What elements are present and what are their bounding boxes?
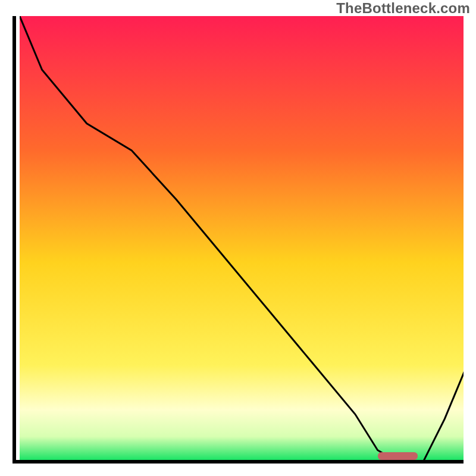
plot-area xyxy=(20,16,464,460)
bottleneck-curve xyxy=(20,16,464,464)
chart-frame: TheBottleneck.com xyxy=(0,0,476,476)
plot-axes xyxy=(12,16,464,464)
watermark-text: TheBottleneck.com xyxy=(336,0,470,17)
optimal-range-marker xyxy=(378,452,418,460)
